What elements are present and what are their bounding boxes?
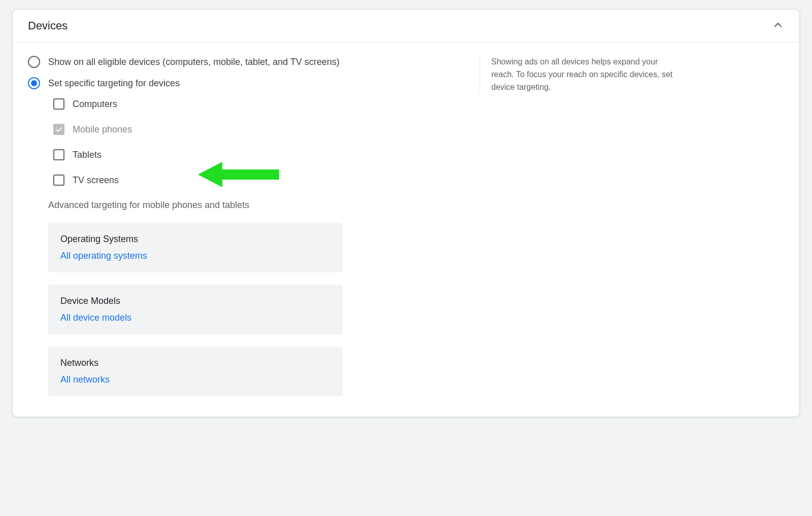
checkbox-label: Mobile phones (73, 124, 132, 135)
section-body: Show on all eligible devices (computers,… (13, 43, 799, 417)
checkbox-label: Tablets (73, 150, 101, 160)
advanced-targeting-heading: Advanced targeting for mobile phones and… (48, 200, 480, 211)
radio-label: Set specific targeting for devices (48, 78, 180, 89)
checkbox-label: Computers (73, 99, 117, 110)
checkbox-computers[interactable]: Computers (53, 98, 480, 110)
device-models-box[interactable]: Device Models All device models (48, 285, 343, 334)
section-title: Devices (28, 19, 67, 32)
checkbox-icon (53, 124, 64, 135)
operating-systems-link[interactable]: All operating systems (60, 251, 330, 261)
checkbox-tv-screens[interactable]: TV screens (53, 175, 480, 186)
section-header: Devices (13, 10, 799, 43)
radio-all-devices[interactable]: Show on all eligible devices (computers,… (28, 56, 480, 68)
check-icon (55, 125, 63, 133)
checkbox-icon (53, 175, 64, 186)
checkbox-icon (53, 149, 64, 160)
devices-section: Devices Show on all eligible devices (co… (12, 9, 800, 417)
box-title: Networks (60, 358, 330, 368)
collapse-button[interactable] (772, 19, 784, 33)
radio-specific-devices[interactable]: Set specific targeting for devices (28, 77, 480, 89)
radio-icon (28, 77, 40, 89)
operating-systems-box[interactable]: Operating Systems All operating systems (48, 223, 343, 272)
box-title: Device Models (60, 296, 330, 306)
checkbox-tablets[interactable]: Tablets (53, 149, 480, 160)
chevron-up-icon (772, 19, 784, 31)
checkbox-icon (53, 98, 64, 110)
checkbox-label: TV screens (73, 175, 119, 186)
box-title: Operating Systems (60, 234, 330, 245)
networks-link[interactable]: All networks (60, 374, 330, 385)
main-column: Show on all eligible devices (computers,… (28, 56, 480, 396)
device-checkbox-list: Computers Mobile phones Tablets (53, 98, 480, 186)
checkbox-mobile-phones[interactable]: Mobile phones (53, 124, 480, 135)
radio-label: Show on all eligible devices (computers,… (48, 57, 340, 67)
radio-icon (28, 56, 40, 68)
networks-box[interactable]: Networks All networks (48, 347, 343, 396)
help-text: Showing ads on all devices helps expand … (480, 56, 683, 93)
device-models-link[interactable]: All device models (60, 313, 330, 323)
